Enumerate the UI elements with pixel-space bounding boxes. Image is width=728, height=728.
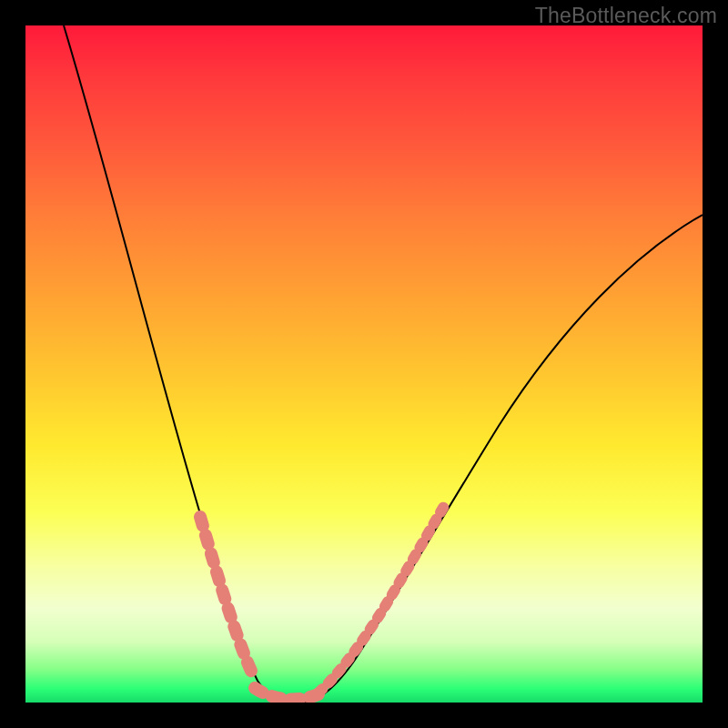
watermark-text: TheBottleneck.com: [535, 4, 717, 28]
bead-segment-left: [200, 517, 255, 679]
bead-segment-bottom: [255, 688, 318, 699]
chart-frame: TheBottleneck.com: [0, 0, 728, 728]
bead-segment-right: [318, 503, 446, 693]
plot-area: [25, 25, 703, 703]
curve-overlay: [25, 25, 703, 703]
